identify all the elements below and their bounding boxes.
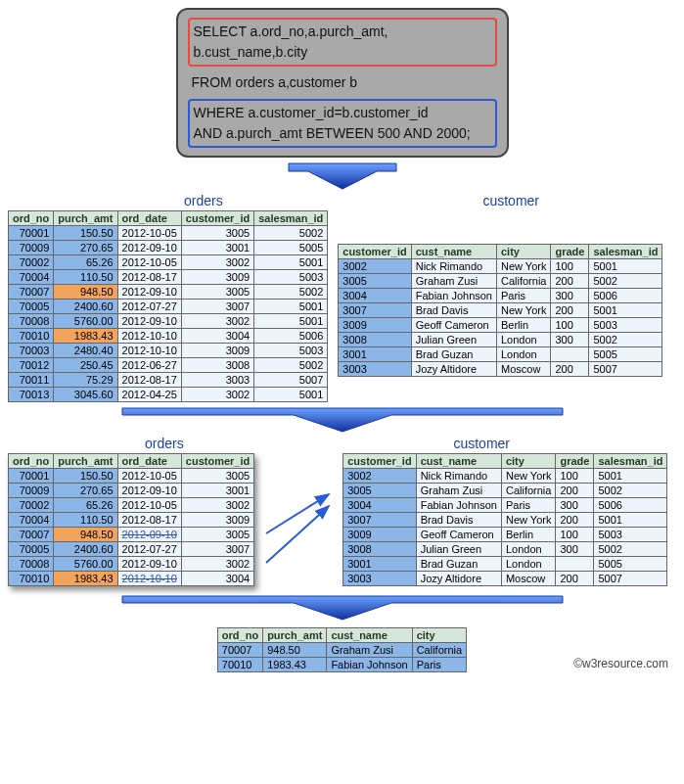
table-row: 3007Brad DavisNew York2005001 <box>339 303 662 318</box>
table-row: 700101983.43Fabian JohnsonParis <box>217 658 466 672</box>
col-header: salesman_id <box>589 245 662 259</box>
table-row: 70004110.502012-08-1730095003 <box>9 270 328 285</box>
customer-table: customer_idcust_namecitygradesalesman_id… <box>338 244 662 377</box>
table-row: 700052400.602012-07-2730075001 <box>9 300 328 314</box>
col-header: customer_id <box>339 245 411 259</box>
customer-table: customer_idcust_namecitygradesalesman_id… <box>342 453 667 586</box>
col-header: purch_amt <box>263 628 327 643</box>
col-header: ord_no <box>217 628 262 643</box>
table-row: 700133045.602012-04-2530025001 <box>9 388 328 402</box>
col-header: customer_id <box>181 211 253 226</box>
table-row: 3001Brad GuzanLondon5005 <box>339 347 662 362</box>
col-header: customer_id <box>343 454 416 469</box>
table-row: 70007948.502012-09-103005 <box>9 528 254 542</box>
sql-text: b.cust_name,b.city <box>194 42 491 63</box>
col-header: salesman_id <box>254 211 328 226</box>
table-row: 3009Geoff CameronBerlin1005003 <box>343 528 667 542</box>
tables-row-1: ord_nopurch_amtord_datecustomer_idsalesm… <box>8 210 676 402</box>
customer-label: customer <box>453 436 510 451</box>
table-row: 70001150.502012-10-053005 <box>9 469 254 484</box>
table-row: 3008Julian GreenLondon3005002 <box>343 542 667 557</box>
col-header: cust_name <box>416 454 501 469</box>
result-table: ord_nopurch_amtcust_namecity70007948.50G… <box>217 627 467 672</box>
col-header: salesman_id <box>594 454 667 469</box>
table-row: 3009Geoff CameronBerlin1005003 <box>339 318 662 333</box>
sql-text: WHERE a.customer_id=b.customer_id <box>194 103 491 123</box>
flow-arrow-icon <box>117 594 568 622</box>
col-header: purch_amt <box>54 454 117 469</box>
col-header: customer_id <box>181 454 253 469</box>
table-row: 700101983.432012-10-103004 <box>9 572 254 586</box>
col-header: city <box>496 245 550 259</box>
col-header: city <box>501 454 555 469</box>
table-row: 3003Jozy AltidoreMoscow2005007 <box>343 572 667 586</box>
orders-torn-table: ord_nopurch_amtord_datecustomer_id700011… <box>8 453 254 586</box>
sql-from-clause: FROM orders a,customer b <box>188 70 497 95</box>
table-row: 700085760.002012-09-1030025001 <box>9 314 328 329</box>
table-row: 3007Brad DavisNew York2005001 <box>343 513 667 528</box>
table-row: 700085760.002012-09-103002 <box>9 557 254 572</box>
table-row: 70007948.50Graham ZusiCalifornia <box>217 643 466 658</box>
table-row: 70009270.652012-09-1030015005 <box>9 241 328 255</box>
table-row: 3005Graham ZusiCalifornia2005002 <box>343 484 667 498</box>
table-row: 3001Brad GuzanLondon5005 <box>343 557 667 572</box>
table-row: 3005Graham ZusiCalifornia2005002 <box>339 274 662 289</box>
table-row: 70004110.502012-08-173009 <box>9 513 254 528</box>
col-header: cust_name <box>327 628 412 643</box>
footer-credit: ©w3resource.com <box>573 657 668 670</box>
sql-select-clause: SELECT a.ord_no,a.purch_amt, b.cust_name… <box>188 18 497 67</box>
table-row: 70007948.502012-09-1030055002 <box>9 285 328 300</box>
table-row: 70012250.452012-06-2730085002 <box>9 358 328 373</box>
table-row: 3008Julian GreenLondon3005002 <box>339 333 662 347</box>
join-arrows-icon <box>264 465 333 575</box>
flow-arrow-icon <box>117 406 568 434</box>
col-header: grade <box>556 454 594 469</box>
orders-label: orders <box>145 436 184 451</box>
col-header: ord_no <box>9 454 54 469</box>
table-row: 70009270.652012-09-103001 <box>9 484 254 498</box>
col-header: purch_amt <box>54 211 117 226</box>
flow-arrow-icon <box>284 161 401 191</box>
table-row: 3002Nick RimandoNew York1005001 <box>343 469 667 484</box>
tables-row-2: ord_nopurch_amtord_datecustomer_id700011… <box>8 453 676 586</box>
table-row: 700032480.402012-10-1030095003 <box>9 344 328 358</box>
table-row: 7001175.292012-08-1730035007 <box>9 373 328 388</box>
sql-text: AND a.purch_amt BETWEEN 500 AND 2000; <box>194 123 491 144</box>
table-row: 3004Fabian JohnsonParis3005006 <box>339 289 662 303</box>
orders-table: ord_nopurch_amtord_datecustomer_idsalesm… <box>8 210 328 402</box>
col-header: ord_no <box>9 211 54 226</box>
sql-query-block: SELECT a.ord_no,a.purch_amt, b.cust_name… <box>176 8 509 158</box>
col-header: ord_date <box>117 211 181 226</box>
sql-where-clause: WHERE a.customer_id=b.customer_id AND a.… <box>188 99 497 148</box>
col-header: ord_date <box>117 454 181 469</box>
table-row: 70001150.502012-10-0530055002 <box>9 226 328 241</box>
table-row: 700101983.432012-10-1030045006 <box>9 329 328 344</box>
sql-text: SELECT a.ord_no,a.purch_amt, <box>194 22 491 42</box>
customer-label: customer <box>482 193 539 208</box>
table-row: 7000265.262012-10-053002 <box>9 498 254 513</box>
col-header: city <box>412 628 466 643</box>
table-row: 3003Jozy AltidoreMoscow2005007 <box>339 362 662 377</box>
table-row: 7000265.262012-10-0530025001 <box>9 255 328 270</box>
orders-label: orders <box>184 193 223 208</box>
col-header: cust_name <box>411 245 496 259</box>
table-row: 700052400.602012-07-273007 <box>9 542 254 557</box>
table-row: 3002Nick RimandoNew York1005001 <box>339 259 662 274</box>
table-row: 3004Fabian JohnsonParis3005006 <box>343 498 667 513</box>
col-header: grade <box>551 245 589 259</box>
